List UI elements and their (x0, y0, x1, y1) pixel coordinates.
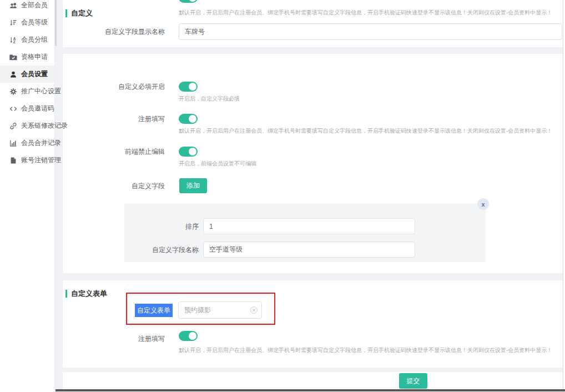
users-icon (9, 2, 17, 9)
register-fill-label: 注册填写 (63, 334, 165, 343)
add-button[interactable]: 添加 (179, 178, 207, 193)
custom-field-display-name-label: 自定义字段显示名称 (63, 27, 165, 36)
code-icon (9, 105, 17, 113)
svg-text:Z: Z (13, 40, 16, 44)
sidebar-item-label: 账号注销管理 (21, 155, 61, 165)
register-fill-toggle[interactable] (179, 114, 198, 124)
sort-label: 排序 (124, 222, 199, 231)
section-custom-form: 自定义表单 自定义表单 预约摄影 ✕ 注册填写 默认开启，开启后用户在注册会员、… (63, 280, 565, 368)
custom-required-label: 自定义必填开启 (63, 82, 165, 91)
gear-icon (9, 88, 17, 96)
link-icon (9, 122, 17, 130)
sidebar-item-member-settings[interactable]: 会员设置 (0, 66, 54, 83)
sidebar-item-qualification-apply[interactable]: 资格申请 (0, 48, 54, 66)
section-accent-bar (65, 9, 67, 17)
sidebar-item-label: 会员分组 (21, 35, 48, 44)
sort-groups-icon: AZ (9, 36, 17, 44)
sort-levels-icon (9, 19, 17, 27)
sidebar-item-label: 会员设置 (21, 69, 48, 79)
sidebar-item-label: 会员邀请码 (21, 104, 54, 113)
frontend-lock-hint: 开启后，前端会员设置不可编辑 (179, 160, 563, 167)
main-content: 默认开启，开启后用户在注册会员、绑定手机号时需要填写自定义字段信息，开启手机验证… (63, 0, 565, 392)
sidebar-item-member-levels[interactable]: 会员等级 (0, 14, 54, 31)
bottom-scrollbar[interactable] (56, 389, 565, 391)
sidebar-item-label: 会员合并记录 (21, 138, 61, 148)
sidebar-menu: 全部会员会员等级AZ会员分组资格申请会员设置推广中心设置会员邀请码关系链修改记录… (0, 0, 54, 169)
footer-bar: 提交 (63, 372, 565, 389)
custom-fields-label: 自定义字段 (63, 182, 165, 190)
user-icon (9, 71, 17, 78)
sidebar-item-member-invite-code[interactable]: 会员邀请码 (0, 100, 54, 117)
sidebar-item-all-members[interactable]: 全部会员 (0, 0, 54, 14)
sidebar-item-account-cancel-manage[interactable]: 账号注销管理 (0, 152, 54, 169)
sidebar-item-label: 资格申请 (21, 52, 48, 62)
sidebar-item-relation-chain-log[interactable]: 关系链修改记录 (0, 117, 54, 134)
custom-field-display-name-input[interactable]: 车牌号 (179, 23, 562, 40)
bar-chart-icon (9, 139, 17, 147)
custom-field-name-input[interactable]: 空手道等级 (203, 242, 415, 258)
frontend-lock-toggle[interactable] (179, 147, 198, 157)
register-fill-label: 注册填写 (63, 114, 165, 123)
section-accent-bar (65, 290, 67, 298)
custom-field-name-label: 自定义字段名称 (124, 245, 199, 254)
register-fill-hint: 默认开启，开启后用户在注册会员、绑定手机号时需要填写自定义字段信息，开启手机验证… (179, 346, 563, 354)
section-title: 自定义 (71, 8, 93, 18)
frontend-lock-label: 前端禁止编辑 (63, 147, 165, 156)
sidebar-item-member-merge-log[interactable]: 会员合并记录 (0, 134, 54, 152)
custom-required-toggle[interactable] (179, 82, 198, 92)
section-title: 自定义表单 (71, 289, 107, 299)
sidebar-item-promotion-center-settings[interactable]: 推广中心设置 (0, 83, 54, 100)
toggle-partial[interactable] (179, 0, 198, 3)
sidebar-item-member-groups[interactable]: AZ会员分组 (0, 31, 54, 48)
file-icon (9, 157, 17, 164)
section-custom: 自定义 自定义必填开启 开启后，自定义字段必填 注册填写 默认开启，开启后用户在… (63, 54, 565, 273)
custom-form-label-selected: 自定义表单 (135, 304, 173, 317)
register-fill-hint: 默认开启，开启后用户在注册会员、绑定手机号时需要填写自定义字段信息，开启手机验证… (179, 127, 563, 134)
sidebar-item-label: 推广中心设置 (21, 87, 61, 96)
clear-input-icon[interactable]: ✕ (250, 306, 258, 314)
sidebar: 全部会员会员等级AZ会员分组资格申请会员设置推广中心设置会员邀请码关系链修改记录… (0, 0, 55, 392)
register-fill-toggle[interactable] (179, 331, 198, 341)
custom-field-panel: x 排序 1 自定义字段名称 空手道等级 (124, 203, 486, 262)
sidebar-item-label: 全部会员 (21, 1, 48, 10)
toggle-hint: 默认开启，开启后用户在注册会员、绑定手机号时需要填写自定义字段信息，开启手机验证… (179, 9, 563, 16)
folder-check-icon (9, 53, 17, 61)
sidebar-item-label: 会员等级 (21, 18, 48, 27)
sidebar-scrollbar-thumb[interactable] (55, 0, 57, 46)
custom-required-hint: 开启后，自定义字段必填 (179, 95, 563, 102)
sidebar-item-label: 关系链修改记录 (21, 121, 68, 130)
sort-input[interactable]: 1 (203, 218, 415, 234)
submit-button[interactable]: 提交 (399, 373, 427, 389)
custom-form-input[interactable]: 预约摄影 ✕ (178, 301, 262, 319)
section-custom-field-display: 默认开启，开启后用户在注册会员、绑定手机号时需要填写自定义字段信息，开启手机验证… (63, 0, 565, 47)
close-icon[interactable]: x (477, 198, 489, 210)
